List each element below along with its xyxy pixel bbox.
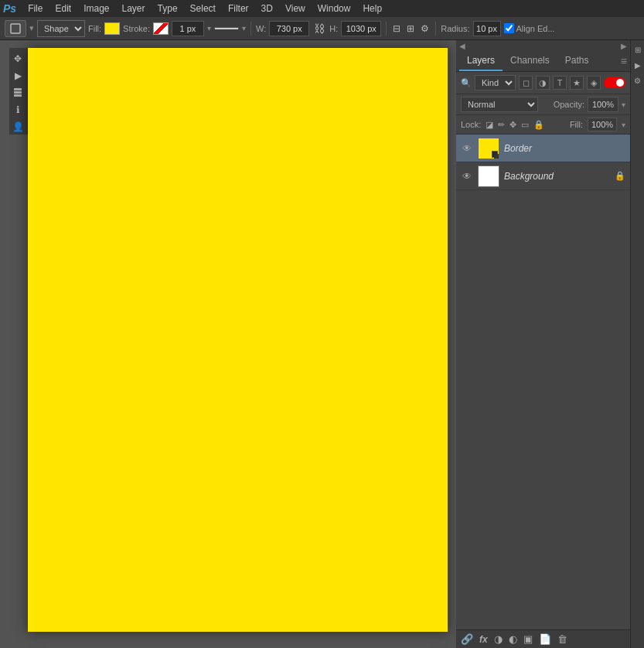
panel-menu-button[interactable]: ≡ [621,55,627,67]
tool-layers-icon[interactable] [10,85,26,101]
svg-rect-0 [11,24,20,33]
filter-toggle[interactable] [604,77,625,88]
add-mask-button[interactable]: ◑ [494,633,503,645]
opacity-input[interactable] [588,97,618,112]
layer-visibility-border[interactable]: 👁 [461,143,473,154]
stroke-style-selector[interactable] [214,27,239,29]
arrange-icon[interactable]: ⚙ [419,23,431,34]
tab-layers[interactable]: Layers [459,51,503,71]
lock-row: Lock: ◪ ✏ ✥ ▭ 🔒 Fill: ▾ [456,115,630,135]
height-input[interactable] [341,21,381,36]
stroke-dropdown-arrow[interactable]: ▾ [207,24,211,32]
layer-item-background[interactable]: 👁 Background 🔒 [456,162,630,190]
menu-type[interactable]: Type [152,2,183,15]
collapse-left-icon[interactable]: ◀ [459,42,465,50]
sep3 [435,22,436,36]
layers-panel: ◀ ▶ Layers Channels Paths ≡ 🔍 Kind ◻ ◑ T… [456,40,630,648]
distribute-icon[interactable]: ⊞ [405,23,416,34]
shape-dropdown-arrow[interactable]: ▾ [29,23,34,33]
layer-name-background: Background [504,171,610,182]
tab-channels[interactable]: Channels [503,51,557,71]
tool-play[interactable]: ▶ [10,68,26,84]
layer-visibility-background[interactable]: 👁 [461,171,473,182]
right-icon-1[interactable]: ⊞ [632,43,644,56]
filter-smart-icon[interactable]: ◈ [587,76,601,90]
layer-item-border[interactable]: 👁 Border [456,135,630,162]
filter-pixel-icon[interactable]: ◻ [519,76,533,90]
fill-dropdown-arrow[interactable]: ▾ [622,121,625,129]
lock-label: Lock: [461,120,481,129]
filter-type-icon[interactable]: T [553,76,567,90]
stroke-style-arrow[interactable]: ▾ [242,24,246,32]
fill-color-swatch[interactable] [104,22,120,35]
tool-person[interactable]: 👤 [10,119,26,135]
menu-edit[interactable]: Edit [49,2,77,15]
menu-3d[interactable]: 3D [256,2,278,15]
collapse-right-icon[interactable]: ▶ [621,42,627,50]
layer-thumbnail-background [478,165,499,187]
menu-file[interactable]: File [22,2,48,15]
height-label: H: [329,24,338,33]
width-input[interactable] [269,21,309,36]
lock-transparency-icon[interactable]: ◪ [486,120,493,130]
fx-button[interactable]: fx [479,634,488,645]
group-button[interactable]: ▣ [523,633,533,645]
right-section: ◀ ▶ Layers Channels Paths ≡ 🔍 Kind ◻ ◑ T… [456,40,644,648]
width-label: W: [256,24,266,33]
canvas-area: ✥ ▶ ℹ 👤 [0,40,456,648]
tool-info[interactable]: ℹ [10,102,26,118]
menu-layer[interactable]: Layer [117,2,151,15]
stroke-color-swatch[interactable] [153,22,169,35]
left-tool-panel: ✥ ▶ ℹ 👤 [9,48,28,135]
main-area: ✥ ▶ ℹ 👤 ◀ ▶ Layers [0,40,644,648]
stroke-size-input[interactable] [172,21,204,36]
menu-select[interactable]: Select [185,2,221,15]
align-edges-label[interactable]: Align Ed... [504,23,555,33]
app-logo: Ps [3,2,16,15]
layer-list: 👁 Border 👁 Background [456,135,630,629]
link-dimensions-icon[interactable]: ⛓ [312,22,326,35]
menu-window[interactable]: Window [312,2,356,15]
menu-filter[interactable]: Filter [223,2,254,15]
options-toolbar: ▾ Shape Fill: Stroke: ▾ ▾ W: ⛓ H: ⊟ ⊞ ⚙ … [0,17,644,40]
svg-rect-3 [14,88,22,90]
filter-adjust-icon[interactable]: ◑ [536,76,550,90]
right-icon-2[interactable]: ▶ [632,59,644,71]
blend-mode-dropdown[interactable]: Normal [461,97,538,112]
link-layers-button[interactable]: 🔗 [461,633,473,645]
fill-input[interactable] [588,118,617,131]
opacity-dropdown-arrow[interactable]: ▾ [622,101,625,109]
layer-thumb-yellow-bg [479,138,499,159]
menu-image[interactable]: Image [78,2,114,15]
shape-type-dropdown[interactable]: Shape [37,20,85,37]
stroke-label: Stroke: [123,24,150,33]
right-icon-strip: ⊞ ▶ ⚙ [630,40,644,648]
radius-input[interactable] [473,21,501,36]
layers-filter-bar: 🔍 Kind ◻ ◑ T ★ ◈ [456,72,630,94]
layer-thumb-white-bg [479,166,499,186]
sep1 [250,22,251,36]
layers-tabs: Layers Channels Paths ≡ [456,51,630,72]
panel-handle: ◀ ▶ [456,40,630,51]
align-icon[interactable]: ⊟ [391,23,402,34]
delete-layer-button[interactable]: 🗑 [557,633,567,645]
filter-shape-icon[interactable]: ★ [570,76,584,90]
layer-name-border: Border [504,143,625,154]
right-icon-3[interactable]: ⚙ [632,74,644,87]
panel-bottom-bar: 🔗 fx ◑ ◐ ▣ 📄 🗑 [456,629,630,648]
new-layer-button[interactable]: 📄 [539,633,551,645]
opacity-label: Opacity: [554,100,584,109]
adjustment-button[interactable]: ◐ [509,633,517,645]
menu-view[interactable]: View [280,2,311,15]
tool-move[interactable]: ✥ [10,51,26,67]
blend-mode-row: Normal Opacity: ▾ [456,94,630,115]
lock-artboard-icon[interactable]: ▭ [521,120,529,130]
menu-help[interactable]: Help [357,2,387,15]
lock-all-icon[interactable]: 🔒 [533,120,544,130]
lock-move-icon[interactable]: ✥ [509,120,516,130]
lock-paint-icon[interactable]: ✏ [498,120,505,130]
align-edges-checkbox[interactable] [504,23,514,33]
tab-paths[interactable]: Paths [557,51,597,71]
shape-rect-icon[interactable] [5,20,26,37]
filter-kind-dropdown[interactable]: Kind [475,75,516,90]
